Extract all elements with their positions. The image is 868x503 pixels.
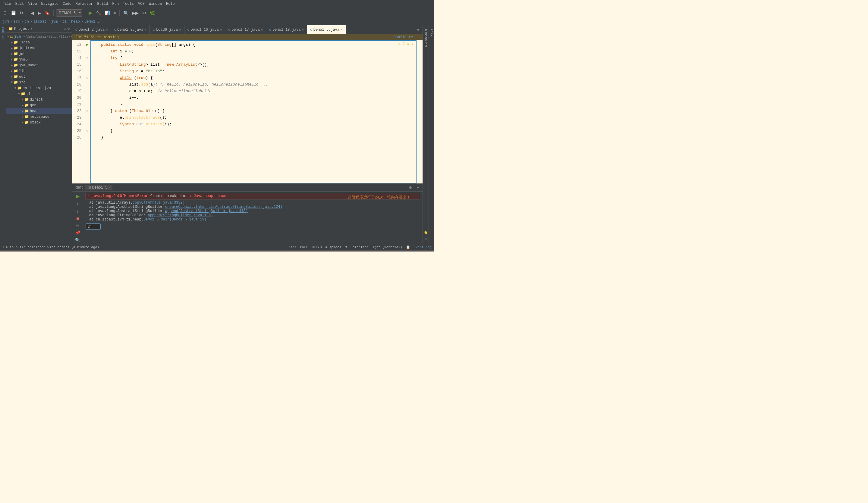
menu-window[interactable]: Window — [149, 2, 162, 6]
save-button[interactable]: 💾 — [10, 10, 17, 16]
menu-view[interactable]: View — [28, 2, 37, 6]
statusbar-position[interactable]: 11:1 — [289, 245, 297, 249]
run-scroll-up-button[interactable]: ↑ — [76, 201, 79, 207]
menu-tools[interactable]: Tools — [123, 2, 134, 6]
tree-jmh[interactable]: ▶ 📁 jmh — [6, 51, 72, 56]
run-input-field[interactable] — [85, 223, 101, 230]
tree-jcstress[interactable]: ▶ 📁 jcstress — [6, 45, 72, 51]
menu-code[interactable]: Code — [63, 2, 71, 6]
menu-edit[interactable]: Edit — [16, 2, 24, 6]
breadcrumb-cn[interactable]: cn — [25, 20, 29, 24]
menu-navigate[interactable]: Navigate — [41, 2, 59, 6]
forward-button[interactable]: ▶ — [37, 10, 42, 16]
breadcrumb-jvm[interactable]: jvm — [2, 20, 9, 24]
menu-refactor[interactable]: Refactor — [76, 2, 93, 6]
run-anything-button[interactable]: ▶▶ — [131, 10, 140, 16]
tree-idea[interactable]: ▶ 📁 .idea — [6, 40, 72, 45]
tree-metaspace[interactable]: ▶ 📁 metaspace — [6, 114, 72, 119]
tab-demo1-2-icon: C — [75, 28, 78, 32]
project-collapse-button[interactable]: ≡ — [64, 27, 66, 31]
run-demo1-5-tab[interactable]: 🖥 Demo1_5 ✕ — [85, 185, 112, 190]
breadcrumb-t1[interactable]: t1 — [62, 20, 66, 24]
tree-lib[interactable]: ▶ 📁 lib — [6, 68, 72, 74]
tab-demo1-5[interactable]: C Demo1_5.java ✕ — [307, 25, 346, 34]
search-everywhere-button[interactable]: 🔍 — [122, 10, 130, 16]
statusbar-theme[interactable]: Solarized Light (Material) — [351, 245, 402, 249]
tree-cn-itcast[interactable]: ▼ 📁 cn.itcast.jvm — [6, 85, 72, 91]
bookmark-button[interactable]: 🔖 — [43, 10, 51, 16]
stack-link-1[interactable]: copyOf(Arrays.java:3332) — [133, 201, 185, 205]
build-button[interactable]: 🔨 — [95, 10, 102, 16]
run-filter-button[interactable]: 🔍 — [74, 237, 81, 243]
menu-help[interactable]: Help — [166, 2, 175, 6]
menu-vcs[interactable]: VCS — [138, 2, 145, 6]
structure-panel-label[interactable]: Structure — [424, 29, 428, 47]
project-tab-label[interactable]: Project — [1, 27, 5, 39]
tab-demo1-3-close[interactable]: ✕ — [145, 28, 147, 32]
statusbar-line-sep[interactable]: CRLF — [300, 245, 308, 249]
stack-link-2[interactable]: ensureCapacityInternal(AbstractStringBui… — [165, 205, 282, 209]
tab-demo1-17[interactable]: C Demo1_17.java ✕ — [225, 25, 266, 34]
tabs-overflow-button[interactable]: ▼ — [413, 28, 423, 32]
breadcrumb-src[interactable]: src — [13, 20, 20, 24]
sync-button[interactable]: ↻ — [18, 10, 24, 16]
coverage-button[interactable]: 📊 — [103, 10, 111, 16]
tree-jvm-maven[interactable]: ▶ 📁 jvm_maven — [6, 62, 72, 68]
stack-link-3[interactable]: append(AbstractStringBuilder.java:448) — [165, 209, 248, 213]
run-config-selector[interactable]: DEMO1_5 — [56, 9, 82, 17]
tab-demo1-2-close[interactable]: ✕ — [106, 28, 108, 32]
run-button[interactable]: ▶ — [87, 9, 93, 16]
stack-link-5[interactable]: Demo1_5.main(Demo1_5.java:19) — [143, 218, 206, 222]
tab-demo1-18-close[interactable]: ✕ — [302, 28, 304, 32]
run-close-button[interactable]: − — [415, 185, 420, 190]
stack-link-4[interactable]: append(StringBuilder.java:136) — [148, 213, 213, 218]
tab-demo1-16[interactable]: C Demo1_16.java ✕ — [185, 25, 225, 34]
right-btn-2[interactable]: ☆ — [423, 236, 428, 241]
jdk-configure-link[interactable]: Configure... — [394, 35, 420, 40]
tree-jvm6[interactable]: ▶ 📁 jvm6 — [6, 56, 72, 62]
project-settings-icon[interactable]: ⚙ — [68, 27, 70, 31]
run-stop-button[interactable]: ■ — [76, 216, 79, 221]
tree-out[interactable]: ▶ 📁 out — [6, 74, 72, 80]
tree-gen[interactable]: ▶ 📁 gen — [6, 102, 72, 108]
event-log-label[interactable]: Event Log — [414, 245, 432, 249]
tab-demo1-16-close[interactable]: ✕ — [220, 28, 222, 32]
tab-demo1-3[interactable]: C Demo1_3.java ✕ — [111, 25, 150, 34]
new-file-button[interactable]: 🗋 — [2, 10, 8, 16]
maven-label[interactable]: Maven — [430, 27, 433, 36]
tree-direct[interactable]: ▶ 📁 direct — [6, 97, 72, 102]
tree-item-root[interactable]: ▼ 🗂 jvm ~/data/datas/studyFiles/资料-解密JVM… — [6, 34, 72, 40]
run-settings-button[interactable]: ⚙ — [407, 185, 413, 190]
stop-button[interactable]: ■ — [112, 10, 117, 16]
run-pin-button[interactable]: 📌 — [74, 230, 81, 236]
right-btn-1[interactable]: ⭐ — [423, 230, 429, 235]
tab-demo1-5-close[interactable]: ✕ — [341, 28, 343, 32]
settings-button[interactable]: ⚙ — [141, 10, 147, 16]
vcs-button[interactable]: 🌿 — [148, 10, 156, 16]
tree-heap[interactable]: ▶ 📁 heap — [6, 108, 72, 114]
project-dropdown-icon[interactable]: ▼ — [30, 27, 32, 30]
tab-demo1-17-close[interactable]: ✕ — [261, 28, 263, 32]
breadcrumb-heap[interactable]: heap — [71, 20, 80, 24]
tab-load6[interactable]: C Load6.java ✕ — [150, 25, 184, 34]
run-scroll-down-button[interactable]: ↓ — [76, 208, 79, 214]
tab-demo1-18[interactable]: C Demo1_18.java ✕ — [266, 25, 307, 34]
statusbar-encoding[interactable]: UTF-8 — [312, 245, 322, 249]
back-button[interactable]: ◀ — [30, 10, 35, 16]
breadcrumb-itcast[interactable]: itcast — [33, 20, 46, 24]
tab-load6-close[interactable]: ✕ — [179, 28, 181, 32]
menu-build[interactable]: Build — [97, 2, 108, 6]
tab-demo1-2[interactable]: C Demo1_2.java ✕ — [72, 25, 111, 34]
run-tab-close[interactable]: ✕ — [108, 186, 110, 189]
run-rerun-button[interactable]: ▶ — [75, 193, 80, 200]
breadcrumb-file[interactable]: Demo1_5 — [84, 20, 100, 24]
breadcrumb-jvm2[interactable]: jvm — [51, 20, 58, 24]
menu-run[interactable]: Run — [112, 2, 119, 6]
menu-file[interactable]: File — [2, 2, 11, 6]
tree-stack[interactable]: ▶ 📁 stack — [6, 119, 72, 125]
tree-src[interactable]: ▼ 📁 src — [6, 80, 72, 85]
code-editor[interactable]: 12 ▶ public static void main(String[] ar… — [72, 40, 423, 184]
statusbar-indent[interactable]: 4 spaces — [326, 245, 341, 249]
run-clear-button[interactable]: ☰ — [75, 223, 80, 229]
tree-t1[interactable]: ▼ 📁 t1 — [6, 91, 72, 97]
